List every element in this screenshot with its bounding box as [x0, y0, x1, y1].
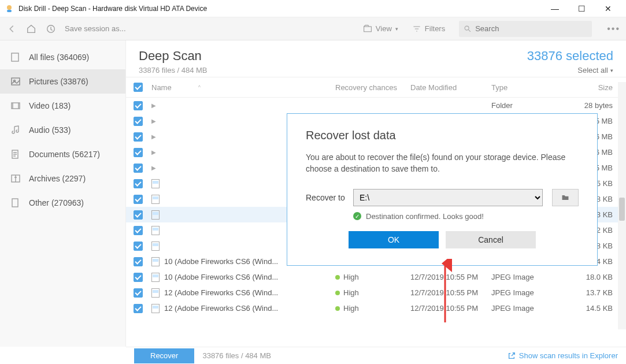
view-dropdown[interactable]: View ▾ — [363, 24, 398, 34]
row-checkbox[interactable] — [134, 210, 143, 220]
toolbar: Save session as... View ▾ Filters ••• — [0, 17, 626, 40]
file-type: JPEG Image — [491, 273, 561, 281]
save-session-label[interactable]: Save session as... — [65, 24, 126, 33]
back-icon[interactable] — [6, 23, 17, 35]
jpeg-file-icon — [151, 179, 160, 188]
destination-select[interactable]: E:\ — [353, 189, 543, 206]
row-checkbox[interactable] — [134, 273, 143, 282]
chevron-right-icon: ▶ — [151, 165, 156, 171]
sidebar: All files (364069) Pictures (33876) Vide… — [0, 40, 126, 347]
date-modified: 12/7/2019 10:55 PM — [410, 273, 491, 281]
column-date[interactable]: Date Modified — [410, 83, 491, 92]
table-row[interactable]: 10 (Adobe Fireworks CS6 (Wind...High12/7… — [126, 269, 626, 285]
jpeg-file-icon — [151, 304, 160, 313]
destination-confirm-row: ✓ Destination confirmed. Looks good! — [353, 212, 579, 221]
main-header: Deep Scan 33876 files / 484 MB 33876 sel… — [126, 40, 626, 77]
file-size: 18.0 KB — [561, 273, 618, 281]
column-name[interactable]: Name^ — [150, 83, 335, 92]
select-all-checkbox[interactable] — [134, 83, 143, 92]
sidebar-item-pictures[interactable]: Pictures (33876) — [0, 69, 125, 94]
filters-label: Filters — [425, 24, 445, 33]
column-type[interactable]: Type — [491, 83, 561, 92]
documents-icon — [10, 149, 21, 159]
sidebar-item-label: Archives (2297) — [29, 174, 86, 183]
row-checkbox[interactable] — [134, 226, 143, 235]
sidebar-item-label: Video (183) — [29, 101, 71, 110]
all-files-icon — [10, 52, 21, 62]
close-button[interactable]: ✕ — [595, 0, 621, 17]
row-checkbox[interactable] — [134, 242, 143, 251]
sidebar-item-documents[interactable]: Documents (56217) — [0, 142, 125, 166]
row-checkbox[interactable] — [134, 288, 143, 298]
audio-icon — [10, 125, 21, 135]
show-in-explorer-label: Show scan results in Explorer — [519, 351, 618, 360]
chevron-down-icon: ▾ — [610, 68, 613, 73]
recover-to-label: Recover to — [306, 193, 347, 202]
svg-point-0 — [7, 5, 12, 10]
table-row[interactable]: 12 (Adobe Fireworks CS6 (Wind...High12/7… — [126, 300, 626, 316]
pictures-icon — [10, 76, 21, 87]
table-header: Name^ Recovery chances Date Modified Typ… — [126, 77, 626, 98]
page-subtitle: 33876 files / 484 MB — [139, 66, 208, 75]
maximize-button[interactable]: ☐ — [568, 0, 595, 17]
bottom-info: 33876 files / 484 MB — [202, 351, 271, 360]
recovery-indicator — [335, 306, 340, 311]
row-checkbox[interactable] — [134, 117, 143, 126]
select-all-dropdown[interactable]: Select all ▾ — [527, 66, 613, 75]
row-checkbox[interactable] — [134, 195, 143, 204]
app-icon — [5, 4, 14, 13]
file-name: 10 (Adobe Fireworks CS6 (Wind... — [164, 273, 278, 281]
row-checkbox[interactable] — [134, 179, 143, 188]
jpeg-file-icon — [151, 242, 160, 251]
table-row[interactable]: ▶Folder28 bytes — [126, 98, 626, 113]
window-title: Disk Drill - Deep Scan - Hardware disk V… — [18, 5, 542, 13]
sidebar-item-audio[interactable]: Audio (533) — [0, 118, 125, 142]
column-size[interactable]: Size — [561, 83, 618, 92]
sidebar-item-all-files[interactable]: All files (364069) — [0, 45, 125, 69]
table-row[interactable]: 12 (Adobe Fireworks CS6 (Wind...High12/7… — [126, 285, 626, 300]
save-session-icon[interactable] — [45, 23, 57, 35]
file-name: 10 (Adobe Fireworks CS6 (Wind... — [164, 257, 278, 266]
recovery-indicator — [335, 275, 340, 280]
file-name: 12 (Adobe Fireworks CS6 (Wind... — [164, 288, 278, 297]
search-box[interactable] — [459, 21, 592, 37]
svg-rect-3 — [364, 27, 371, 32]
file-size: 13.7 KB — [561, 288, 618, 297]
row-checkbox[interactable] — [134, 101, 143, 110]
archives-icon — [10, 173, 21, 184]
show-in-explorer-link[interactable]: Show scan results in Explorer — [508, 351, 618, 360]
search-input[interactable] — [475, 24, 587, 33]
home-icon[interactable] — [25, 23, 37, 35]
svg-rect-5 — [12, 53, 18, 61]
chevron-right-icon: ▶ — [151, 149, 156, 155]
row-checkbox[interactable] — [134, 148, 143, 157]
row-checkbox[interactable] — [134, 257, 143, 266]
sidebar-item-label: Audio (533) — [29, 125, 71, 135]
chevron-right-icon: ▶ — [151, 118, 156, 124]
folder-icon — [560, 194, 571, 202]
chevron-right-icon: ▶ — [151, 133, 156, 140]
recovery-text: High — [343, 288, 359, 297]
check-icon: ✓ — [353, 212, 361, 220]
column-recovery[interactable]: Recovery chances — [335, 83, 410, 92]
filters-button[interactable]: Filters — [412, 24, 445, 34]
sidebar-item-video[interactable]: Video (183) — [0, 94, 125, 118]
row-checkbox[interactable] — [134, 132, 143, 142]
row-checkbox[interactable] — [134, 304, 143, 313]
jpeg-file-icon — [151, 195, 160, 204]
minimize-button[interactable]: — — [542, 0, 568, 17]
more-menu-button[interactable]: ••• — [607, 24, 620, 34]
recovery-text: High — [343, 304, 359, 313]
sidebar-item-label: Pictures (33876) — [29, 77, 88, 86]
scrollbar[interactable] — [618, 82, 626, 329]
browse-button[interactable] — [552, 189, 579, 206]
cancel-button[interactable]: Cancel — [446, 231, 536, 248]
dialog-text: You are about to recover the file(s) fou… — [306, 151, 577, 175]
jpeg-file-icon — [151, 257, 160, 266]
recover-button[interactable]: Recover — [134, 348, 194, 363]
jpeg-file-icon — [151, 226, 160, 235]
sidebar-item-archives[interactable]: Archives (2297) — [0, 166, 125, 191]
sidebar-item-other[interactable]: Other (270963) — [0, 191, 125, 215]
row-checkbox[interactable] — [134, 164, 143, 173]
ok-button[interactable]: OK — [349, 231, 439, 248]
